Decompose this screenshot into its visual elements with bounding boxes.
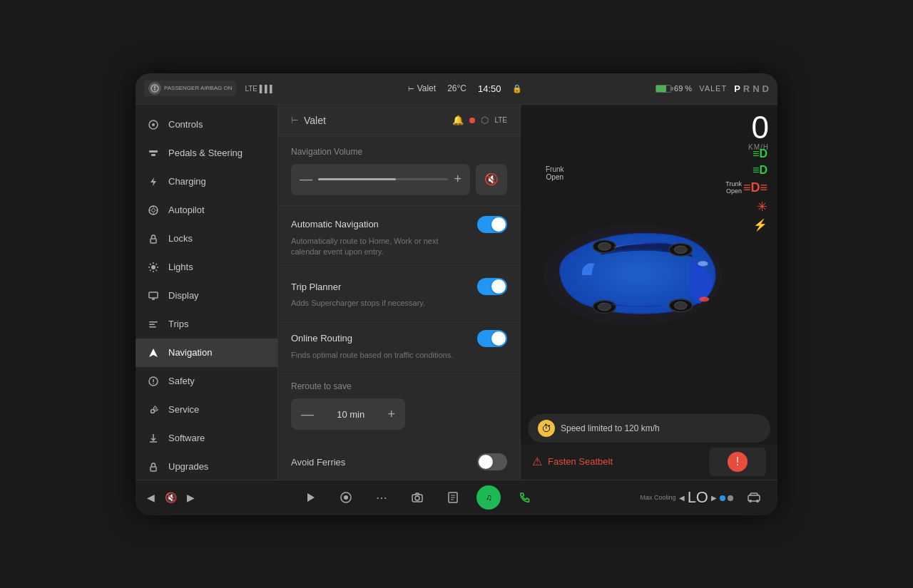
sidebar-item-software[interactable]: Software	[136, 424, 277, 453]
trip-planner-label: Trip Planner	[291, 282, 341, 292]
toggle-knob-2	[491, 279, 506, 294]
sidebar-item-lights[interactable]: Lights	[136, 253, 277, 282]
svg-point-46	[674, 246, 687, 254]
svg-marker-48	[307, 493, 315, 502]
svg-line-23	[150, 269, 151, 271]
volume-slider-track[interactable]	[318, 178, 448, 180]
panel-title: Valet	[304, 115, 326, 126]
sidebar-item-locks[interactable]: Locks	[136, 225, 277, 253]
taskbar-mute-button[interactable]: 🔇	[165, 492, 177, 503]
navigation-settings-panel: ⊢ Valet 🔔 ⬡ LTE Navigation Volume —	[278, 105, 521, 480]
svg-point-39	[699, 296, 709, 301]
svg-rect-29	[149, 326, 156, 328]
reroute-decrease-button[interactable]: —	[301, 407, 314, 422]
lights-icon	[147, 261, 160, 274]
sidebar-item-display[interactable]: Display	[136, 282, 277, 310]
valet-mode-badge: VALET	[699, 84, 727, 93]
spotify-button[interactable]: ♫	[476, 485, 501, 510]
svg-line-21	[156, 269, 158, 271]
phone-button[interactable]	[512, 485, 536, 510]
climate-prev-button[interactable]: ◀	[679, 494, 685, 502]
svg-point-58	[749, 500, 752, 502]
online-routing-toggle-row: Online Routing Finds optimal route based…	[278, 320, 520, 371]
automatic-navigation-toggle-row: Automatic Navigation Automatically route…	[278, 206, 520, 269]
volume-plus-button[interactable]: +	[454, 172, 461, 187]
lock-icon: 🔒	[512, 84, 522, 93]
lte-signal: LTE ▌▌▌	[245, 85, 275, 93]
reroute-increase-button[interactable]: +	[387, 407, 395, 422]
beam-indicator-2: ≡D	[753, 164, 767, 177]
sidebar-item-upgrades[interactable]: Upgrades	[136, 453, 277, 480]
avoid-ferries-row: Avoid Ferries	[291, 448, 507, 476]
display-icon	[147, 289, 160, 302]
sidebar-item-safety[interactable]: Safety	[136, 367, 277, 396]
svg-line-20	[150, 264, 151, 265]
passenger-airbag-indicator: PASSENGER AIRBAG ON	[144, 81, 236, 96]
frunk-label-group: Frunk Open	[546, 165, 564, 181]
climate-label: Max Cooling	[641, 494, 676, 501]
volume-minus-button[interactable]: —	[300, 172, 312, 187]
status-center: ⊢ Valet 26°C 14:50 🔒	[408, 83, 523, 94]
locks-icon	[147, 232, 160, 245]
gear-d: D	[762, 83, 769, 94]
lightning-indicator: ⚡	[753, 218, 767, 232]
sidebar-item-navigation[interactable]: Navigation	[136, 339, 277, 367]
panel-header: ⊢ Valet 🔔 ⬡ LTE	[278, 105, 520, 137]
radio-button[interactable]	[334, 485, 358, 510]
climate-next-button[interactable]: ▶	[711, 494, 717, 502]
sidebar-item-service[interactable]: Service	[136, 396, 277, 424]
next-track-button[interactable]: ▶	[187, 492, 195, 503]
svg-rect-36	[151, 467, 156, 471]
taskbar-center: ⋯ ♫	[298, 485, 536, 510]
trip-planner-desc: Adds Supercharger stops if necessary.	[291, 298, 462, 309]
sidebar-item-pedals[interactable]: Pedals & Steering	[136, 139, 277, 167]
seatbelt-image-container: !	[709, 448, 766, 476]
svg-rect-6	[151, 154, 155, 156]
camera-button[interactable]	[405, 485, 429, 510]
svg-point-4	[152, 123, 155, 126]
svg-point-52	[415, 496, 419, 500]
sidebar-item-trips[interactable]: Trips	[136, 310, 277, 339]
auto-nav-desc: Automatically route to Home, Work or nex…	[291, 236, 462, 258]
prev-track-button[interactable]: ◀	[147, 492, 155, 503]
online-routing-label: Online Routing	[291, 333, 352, 344]
reroute-section: Reroute to save — 10 min +	[278, 371, 520, 440]
sidebar-item-autopilot[interactable]: Autopilot	[136, 196, 277, 225]
seatbelt-alert-icon: ⚠	[532, 455, 542, 468]
seatbelt-button[interactable]: !	[728, 452, 748, 472]
media-player-button[interactable]	[298, 485, 322, 510]
svg-point-1	[154, 86, 156, 88]
notes-button[interactable]	[441, 485, 465, 510]
svg-rect-27	[149, 321, 158, 323]
svg-point-50	[344, 495, 348, 500]
dots-menu-button[interactable]: ⋯	[369, 485, 394, 510]
sidebar: Controls Pedals & Steering Charging	[136, 105, 278, 480]
trip-planner-toggle[interactable]	[477, 278, 507, 295]
online-routing-toggle[interactable]	[477, 330, 507, 347]
charging-icon	[147, 175, 160, 188]
seatbelt-alert: ⚠ Fasten Seatbelt !	[521, 444, 777, 480]
svg-marker-30	[149, 349, 158, 357]
climate-value: LO	[688, 488, 708, 507]
speed-limit-alert: ⏱ Speed limited to 120 km/h	[528, 414, 770, 443]
taskbar-left: ◀ 🔇 ▶	[147, 492, 195, 503]
battery-percent: 69 %	[674, 84, 692, 93]
sidebar-item-charging[interactable]: Charging	[136, 167, 277, 196]
svg-point-34	[151, 409, 155, 413]
auto-nav-header: Automatic Navigation	[291, 216, 507, 233]
automatic-navigation-toggle[interactable]	[477, 216, 507, 233]
mute-icon: 🔇	[484, 172, 499, 186]
airbag-icon	[148, 82, 161, 95]
main-content: Controls Pedals & Steering Charging	[136, 105, 777, 480]
car-overview-button[interactable]	[742, 485, 766, 510]
sidebar-item-controls[interactable]: Controls	[136, 110, 277, 139]
controls-icon	[147, 118, 160, 131]
seatbelt-alert-text: Fasten Seatbelt	[548, 456, 613, 467]
taskbar: ◀ 🔇 ▶ ⋯	[136, 480, 777, 515]
avoid-ferries-toggle[interactable]	[477, 453, 507, 470]
ac-indicator-1	[720, 495, 725, 501]
safety-icon	[147, 375, 160, 388]
volume-control: — + 🔇	[291, 164, 507, 195]
gear-p: P	[734, 83, 740, 94]
mute-button[interactable]: 🔇	[476, 164, 507, 195]
